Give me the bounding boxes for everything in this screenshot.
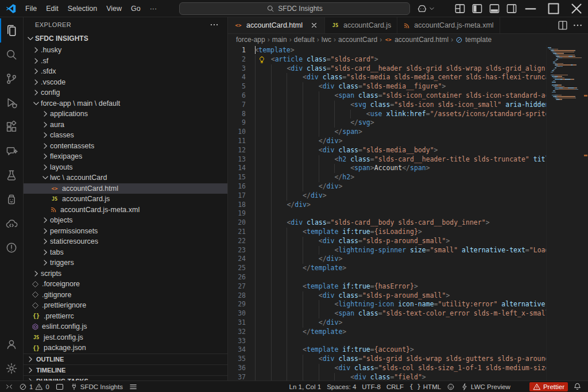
lwc-preview-button[interactable]: LWC Preview [458, 381, 513, 392]
org-menu-button[interactable] [126, 381, 141, 392]
tree-folder-tabs[interactable]: tabs [24, 247, 227, 258]
minimize-button[interactable] [519, 0, 542, 17]
command-center-search[interactable]: SFDC Insights [179, 2, 410, 15]
prettier-status[interactable]: Prettier [529, 382, 568, 391]
code-line[interactable]: 25 </template> [228, 264, 546, 273]
menu-file[interactable]: File [21, 2, 41, 15]
copilot-menu[interactable] [417, 2, 435, 15]
split-editor-icon[interactable] [557, 20, 568, 31]
code-line[interactable]: 28 <div class="slds-p-around_small"> [228, 291, 546, 301]
menu-edit[interactable]: Edit [41, 2, 63, 15]
menu-go[interactable]: Go [126, 2, 145, 15]
toggle-panel-icon[interactable] [487, 2, 502, 15]
cursor-position[interactable]: Ln 1, Col 1 [287, 381, 324, 392]
tree-file-accountCard.html[interactable]: <>accountCard.html [24, 183, 227, 194]
tab-close-icon[interactable] [310, 21, 319, 30]
activity-testing[interactable] [0, 163, 23, 187]
activity-problems[interactable] [0, 236, 23, 260]
activity-search[interactable] [0, 43, 23, 67]
breadcrumb-item-accountCard.html[interactable]: <>accountCard.html [384, 36, 448, 44]
close-button[interactable] [565, 0, 588, 17]
code-line[interactable]: 3 <div class="slds-card__header slds-gri… [228, 64, 546, 74]
menu-selection[interactable]: Selection [63, 2, 102, 15]
activity-settings[interactable] [0, 356, 23, 381]
tree-file-.prettierrc[interactable]: {}.prettierrc [24, 311, 227, 322]
lightbulb-icon[interactable] [258, 56, 266, 64]
tree-file-jest.config.js[interactable]: JSjest.config.js [24, 332, 227, 343]
tree-folder-permissionsets[interactable]: permissionsets [24, 226, 227, 237]
code-line[interactable]: 19 [228, 209, 546, 218]
tree-folder-layouts[interactable]: layouts [24, 162, 227, 173]
section-timeline[interactable]: TIMELINE [24, 365, 227, 376]
code-line[interactable]: 16 </div> [228, 182, 546, 191]
tree-file-.gitignore[interactable]: .gitignore [24, 290, 227, 301]
code-line[interactable]: 12 <div class="slds-media__body"> [228, 146, 546, 155]
tree-folder-config[interactable]: config [24, 87, 227, 98]
tree-folder-staticresources[interactable]: staticresources [24, 236, 227, 247]
activity-run-debug[interactable] [0, 91, 23, 115]
code-line[interactable]: 27 <template if:true={hasError}> [228, 282, 546, 291]
activity-org-browser[interactable] [0, 187, 23, 212]
overview-ruler[interactable] [583, 45, 588, 381]
code-line[interactable]: 30 <span class="slds-text-color_error sl… [228, 309, 546, 318]
activity-chat[interactable] [0, 139, 23, 163]
code-line[interactable]: 24 </div> [228, 255, 546, 264]
tab-accountCard.js-meta.xml[interactable]: accountCard.js-meta.xml [397, 17, 500, 33]
activity-code-builder[interactable] [0, 212, 23, 236]
code-line[interactable]: 33 [228, 337, 546, 346]
activity-explorer[interactable] [0, 18, 23, 43]
code-line[interactable]: 4 <div class="slds-media slds-media_cent… [228, 73, 546, 82]
language-mode[interactable]: { } HTML [407, 381, 444, 392]
notifications-bell[interactable] [570, 381, 585, 392]
code-line[interactable]: 2 <article class="slds-card"> [228, 55, 546, 64]
maximize-button[interactable] [542, 0, 565, 17]
code-line[interactable]: 37 <div class="field"> [228, 373, 546, 381]
tree-file-package.json[interactable]: {}package.json [24, 343, 227, 353]
tree-folder-applications[interactable]: applications [24, 109, 227, 120]
code-line[interactable]: 7 <svg class="slds-icon slds-icon_small"… [228, 101, 546, 110]
breadcrumb-item-lwc[interactable]: lwc [322, 36, 331, 44]
code-line[interactable]: 34 <template if:true={account}> [228, 345, 546, 355]
code-line[interactable]: 35 <div class="slds-grid slds-wrap slds-… [228, 355, 546, 364]
tree-file-.forceignore[interactable]: .forceignore [24, 279, 227, 290]
code-line[interactable]: 1<template> [228, 46, 546, 55]
tree-folder-objects[interactable]: objects [24, 215, 227, 226]
code-line[interactable]: 26 [228, 273, 546, 282]
tree-folder-scripts[interactable]: scripts [24, 268, 227, 279]
code-line[interactable]: 8 <use xlink:href="/assets/icons/standar… [228, 110, 546, 119]
indentation[interactable]: Spaces: 4 [324, 381, 359, 392]
toggle-secondary-sidebar-icon[interactable] [504, 2, 519, 15]
code-line[interactable]: 20 <div class="slds-card__body slds-card… [228, 218, 546, 228]
breadcrumb-item-force-app[interactable]: force-app [236, 36, 265, 44]
tree-folder-.sf[interactable]: .sf [24, 56, 227, 67]
activity-extensions[interactable] [0, 115, 23, 139]
remote-indicator[interactable] [2, 381, 16, 392]
problems-indicator[interactable]: 1 0 [16, 381, 52, 392]
tree-folder-triggers[interactable]: triggers [24, 258, 227, 268]
code-line[interactable]: 17 </div> [228, 191, 546, 201]
tree-folder-contentassets[interactable]: contentassets [24, 141, 227, 152]
tree-file-accountCard.js-meta.xml[interactable]: accountCard.js-meta.xml [24, 205, 227, 216]
breadcrumb-item-main[interactable]: main [272, 36, 287, 44]
code-line[interactable]: 32 </template> [228, 328, 546, 337]
encoding[interactable]: UTF-8 [359, 381, 384, 392]
activity-accounts[interactable] [0, 332, 23, 356]
editor-window-indicator[interactable] [52, 381, 67, 392]
tab-accountCard.html[interactable]: <>accountCard.html [228, 17, 325, 33]
tree-folder-aura[interactable]: aura [24, 120, 227, 130]
code-line[interactable]: 10 </span> [228, 128, 546, 137]
code-line[interactable]: 18 </div> [228, 201, 546, 210]
tree-folder-.husky[interactable]: .husky [24, 45, 227, 56]
section-outline[interactable]: OUTLINE [24, 354, 227, 365]
tree-file-accountCard.js[interactable]: JSaccountCard.js [24, 194, 227, 205]
tree-folder-flexipages[interactable]: flexipages [24, 151, 227, 162]
tree-folder-.sfdx[interactable]: .sfdx [24, 66, 227, 77]
code-line[interactable]: 22 <div class="slds-p-around_small"> [228, 237, 546, 246]
default-org-indicator[interactable]: SFDC Insights [67, 381, 126, 392]
tree-folder-lwc-accountCard[interactable]: lwc \ accountCard [24, 172, 227, 183]
org-browser-button[interactable] [513, 381, 527, 392]
code-line[interactable]: 6 <span class="slds-icon_container slds-… [228, 91, 546, 101]
code-line[interactable]: 31 </div> [228, 318, 546, 328]
tree-folder-.vscode[interactable]: .vscode [24, 77, 227, 88]
tree-file-.prettierignore[interactable]: .prettierignore [24, 300, 227, 311]
